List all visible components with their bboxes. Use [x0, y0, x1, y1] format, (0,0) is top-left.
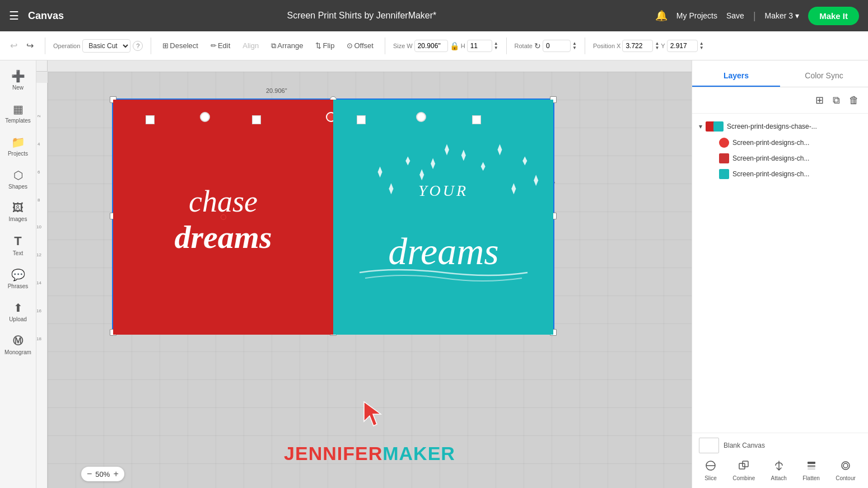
- flatten-button[interactable]: Flatten: [799, 458, 823, 484]
- chase-dreams-text: chase dreams: [175, 184, 272, 256]
- lock-icon[interactable]: 🔒: [450, 41, 459, 50]
- new-icon: ➕: [11, 69, 25, 83]
- height-input[interactable]: [467, 40, 492, 52]
- layer-item-0[interactable]: Screen-print-designs-ch...: [701, 135, 864, 151]
- layer-group-header[interactable]: ▾ Screen-print-designs-chase-...: [697, 118, 864, 135]
- slice-button[interactable]: Slice: [701, 458, 720, 484]
- sq-dot-tl-r: [357, 115, 366, 124]
- combine-label: Combine: [732, 475, 755, 481]
- panel-actions: ⊞ ⧉ 🗑: [692, 87, 868, 114]
- chevron-down-icon: ▾: [795, 11, 799, 20]
- y-input[interactable]: [667, 40, 698, 52]
- text-icon: T: [14, 234, 21, 248]
- attach-button[interactable]: Attach: [768, 458, 790, 484]
- save-button[interactable]: Save: [726, 11, 744, 20]
- sidebar-label-images: Images: [9, 216, 27, 223]
- width-input[interactable]: [414, 40, 448, 52]
- arrange-button[interactable]: ⧉ Arrange: [268, 39, 306, 53]
- ruler-corner: [36, 60, 48, 72]
- sidebar-label-templates: Templates: [5, 118, 31, 124]
- slice-icon: [705, 460, 716, 474]
- sidebar-label-projects: Projects: [8, 151, 28, 157]
- menu-icon[interactable]: ☰: [9, 9, 19, 22]
- sidebar-item-text[interactable]: T Text: [2, 229, 34, 261]
- watermark: JENNIFER MAKER: [284, 443, 455, 464]
- layer-color-2: [719, 169, 729, 179]
- separator-1: [45, 37, 45, 54]
- flatten-label: Flatten: [802, 475, 820, 481]
- arrange-icon: ⧉: [271, 41, 276, 50]
- sidebar-label-upload: Upload: [9, 316, 27, 323]
- sidebar-item-templates[interactable]: ▦ Templates: [2, 98, 34, 129]
- x-stepper[interactable]: ▲▼: [655, 41, 659, 50]
- combine-button[interactable]: Combine: [729, 458, 758, 484]
- layer-color-1: [719, 153, 729, 163]
- layer-color-0: [719, 138, 729, 148]
- offset-button[interactable]: ⊙ Offset: [343, 39, 376, 52]
- operation-label: Operation: [53, 43, 80, 49]
- canvas-area[interactable]: 2 4 6 8 10 12 14 16 18 20 22 24 26 28 2 …: [36, 60, 692, 488]
- my-projects-link[interactable]: My Projects: [676, 11, 717, 20]
- offset-icon: ⊙: [347, 41, 353, 50]
- align-button[interactable]: Align: [239, 39, 262, 52]
- svg-rect-17: [743, 461, 748, 467]
- machine-selector[interactable]: Maker 3 ▾: [765, 11, 800, 20]
- ruler-vertical: 2 4 6 8 10 12 14 16 18: [36, 83, 48, 488]
- sidebar-item-new[interactable]: ➕ New: [2, 65, 34, 96]
- tab-layers[interactable]: Layers: [692, 65, 780, 87]
- design-panel-left[interactable]: chase dreams: [113, 100, 333, 335]
- svg-marker-8: [534, 175, 538, 186]
- design-canvas[interactable]: chase dreams: [112, 98, 554, 334]
- sidebar-item-upload[interactable]: ⬆ Upload: [2, 297, 34, 327]
- y-stepper[interactable]: ▲▼: [699, 41, 704, 50]
- sidebar-item-phrases[interactable]: 💬 Phrases: [2, 264, 34, 294]
- design-panel-right[interactable]: YOUR dreams: [333, 100, 553, 335]
- duplicate-layer-button[interactable]: ⧉: [830, 92, 842, 109]
- tab-color-sync[interactable]: Color Sync: [780, 65, 868, 87]
- slice-label: Slice: [704, 475, 717, 481]
- topbar: ☰ Canvas Screen Print Shirts by Jennifer…: [0, 0, 868, 31]
- redo-button[interactable]: ↪: [23, 38, 37, 53]
- svg-marker-1: [498, 144, 502, 156]
- images-icon: 🖼: [12, 201, 24, 214]
- sidebar-item-shapes[interactable]: ⬡ Shapes: [2, 164, 34, 195]
- canvas-content[interactable]: 20.906" 11": [48, 72, 692, 488]
- sidebar-item-monogram[interactable]: Ⓜ Monogram: [2, 330, 34, 360]
- height-stepper[interactable]: ▲▼: [494, 41, 498, 50]
- operation-select[interactable]: Basic Cut: [82, 39, 130, 53]
- right-panel-inner: Layers Color Sync ⊞ ⧉ 🗑 ▾ Screen-print-d…: [692, 60, 868, 488]
- sidebar-item-projects[interactable]: 📁 Projects: [2, 131, 34, 162]
- x-input[interactable]: [622, 40, 653, 52]
- deselect-button[interactable]: ⊞ Deselect: [159, 39, 202, 52]
- flip-icon: ⇅: [315, 41, 321, 50]
- zoom-level: 50%: [95, 470, 110, 478]
- bell-icon[interactable]: 🔔: [655, 10, 668, 22]
- sidebar-item-images[interactable]: 🖼 Images: [2, 197, 34, 227]
- your-text: YOUR: [418, 182, 468, 200]
- rotate-stepper[interactable]: ▲▼: [572, 41, 577, 50]
- rotate-input[interactable]: [543, 40, 571, 52]
- undo-button[interactable]: ↩: [7, 38, 21, 53]
- zoom-out-button[interactable]: −: [87, 469, 92, 479]
- watermark-part1: JENNIFER: [284, 443, 382, 464]
- svg-marker-2: [481, 162, 486, 171]
- undo-redo-group: ↩ ↪: [7, 38, 37, 53]
- layer-item-2[interactable]: Screen-print-designs-ch...: [701, 166, 864, 182]
- rotate-icon: ↻: [534, 41, 541, 50]
- monogram-icon: Ⓜ: [13, 334, 23, 348]
- flip-button[interactable]: ⇅ Flip: [312, 39, 338, 52]
- layer-item-1[interactable]: Screen-print-designs-ch...: [701, 151, 864, 166]
- h-label: H: [461, 43, 465, 49]
- group-layers-button[interactable]: ⊞: [813, 92, 826, 109]
- delete-layer-button[interactable]: 🗑: [847, 92, 861, 109]
- contour-button[interactable]: Contour: [832, 458, 859, 484]
- zoom-in-button[interactable]: +: [113, 469, 118, 479]
- shapes-icon: ⬡: [13, 168, 23, 182]
- upload-icon: ⬆: [13, 301, 23, 315]
- toolbar: ↩ ↪ Operation Basic Cut ? ⊞ Deselect ✏ E…: [0, 31, 868, 60]
- help-icon[interactable]: ?: [133, 41, 143, 51]
- svg-marker-7: [405, 156, 410, 165]
- layer-chevron-icon: ▾: [699, 123, 702, 130]
- edit-button[interactable]: ✏ Edit: [207, 39, 234, 52]
- make-it-button[interactable]: Make It: [808, 7, 859, 25]
